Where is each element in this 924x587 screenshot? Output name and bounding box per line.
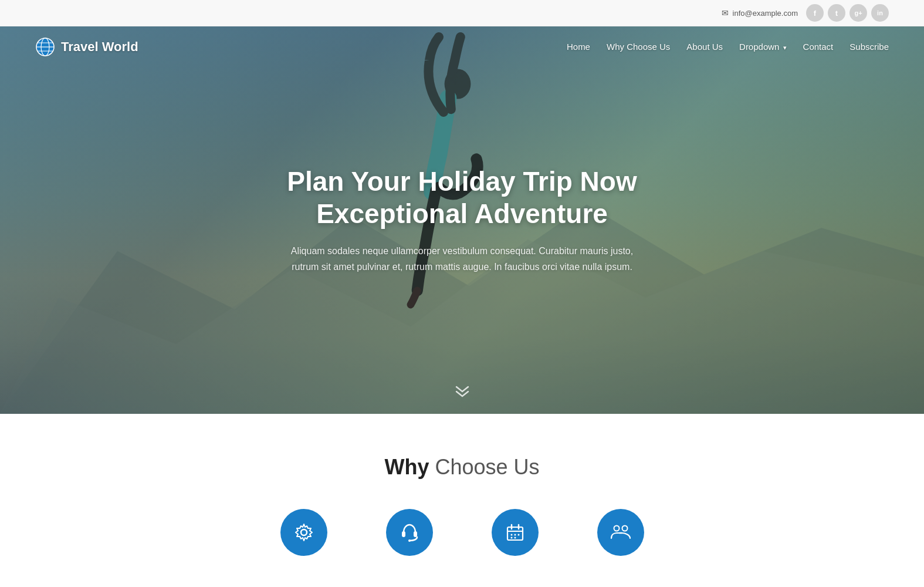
why-item-support: [386, 509, 433, 556]
linkedin-icon[interactable]: in: [871, 4, 889, 22]
nav-link-dropdown[interactable]: Dropdown ▾: [739, 42, 787, 52]
headset-icon: [399, 522, 420, 543]
nav-item-why[interactable]: Why Choose Us: [607, 42, 670, 52]
svg-point-20: [514, 537, 516, 539]
svg-point-18: [517, 534, 519, 536]
why-choose-us-section: Why Choose Us: [0, 414, 924, 585]
nav-link-subscribe[interactable]: Subscribe: [849, 42, 889, 52]
hero-title: Plan Your Holiday Trip Now Exceptional A…: [280, 166, 644, 230]
hero-section: Travel World Home Why Choose Us About Us…: [0, 26, 924, 414]
why-title-light: Choose Us: [429, 455, 539, 479]
nav-link-home[interactable]: Home: [567, 42, 590, 52]
logo-text: Travel World: [61, 39, 138, 55]
nav-link-about[interactable]: About Us: [686, 42, 723, 52]
nav-item-contact[interactable]: Contact: [803, 42, 834, 52]
hero-subtitle: Aliquam sodales neque ullamcorper vestib…: [280, 243, 644, 275]
why-section-title: Why Choose Us: [35, 455, 889, 480]
scroll-down-button[interactable]: [455, 386, 469, 401]
dropdown-arrow-icon: ▾: [783, 44, 787, 51]
nav-links: Home Why Choose Us About Us Dropdown ▾ C…: [567, 42, 889, 52]
hero-title-line2: Exceptional Adventure: [316, 198, 608, 229]
svg-point-11: [408, 539, 411, 542]
svg-point-21: [614, 526, 619, 531]
svg-rect-9: [402, 531, 405, 537]
why-icons-row: [35, 509, 889, 556]
navbar: Travel World Home Why Choose Us About Us…: [0, 26, 924, 68]
svg-point-17: [514, 534, 516, 536]
email-info: ✉ info@example.com: [722, 8, 798, 18]
why-item-partnership: [597, 509, 644, 556]
why-item-settings: [280, 509, 327, 556]
calendar-circle-icon: [492, 509, 539, 556]
settings-circle-icon: [280, 509, 327, 556]
nav-item-about[interactable]: About Us: [686, 42, 723, 52]
why-title-bold: Why: [384, 455, 429, 479]
why-item-calendar: [492, 509, 539, 556]
svg-point-16: [510, 534, 512, 536]
hero-content: Plan Your Holiday Trip Now Exceptional A…: [269, 166, 656, 293]
globe-icon: [35, 37, 55, 57]
svg-rect-10: [414, 531, 417, 537]
twitter-icon[interactable]: t: [828, 4, 845, 22]
gear-icon: [293, 522, 314, 543]
headset-circle-icon: [386, 509, 433, 556]
calendar-icon: [505, 522, 526, 543]
nav-item-home[interactable]: Home: [567, 42, 590, 52]
handshake-icon: [610, 522, 631, 543]
nav-item-subscribe[interactable]: Subscribe: [849, 42, 889, 52]
partnership-circle-icon: [597, 509, 644, 556]
google-plus-icon[interactable]: g+: [849, 4, 867, 22]
facebook-icon[interactable]: f: [806, 4, 824, 22]
svg-point-8: [301, 529, 307, 535]
hero-title-line1: Plan Your Holiday Trip Now: [287, 166, 637, 197]
chevron-down-double-icon: [455, 386, 469, 397]
site-logo[interactable]: Travel World: [35, 37, 138, 57]
top-bar: ✉ info@example.com f t g+ in: [0, 0, 924, 26]
svg-point-22: [622, 526, 627, 531]
nav-link-why[interactable]: Why Choose Us: [607, 42, 670, 52]
svg-point-19: [510, 537, 512, 539]
social-icons-group: f t g+ in: [806, 4, 889, 22]
nav-item-dropdown[interactable]: Dropdown ▾: [739, 42, 787, 52]
email-address: info@example.com: [733, 9, 798, 18]
mail-icon: ✉: [722, 8, 729, 18]
nav-link-contact[interactable]: Contact: [803, 42, 834, 52]
